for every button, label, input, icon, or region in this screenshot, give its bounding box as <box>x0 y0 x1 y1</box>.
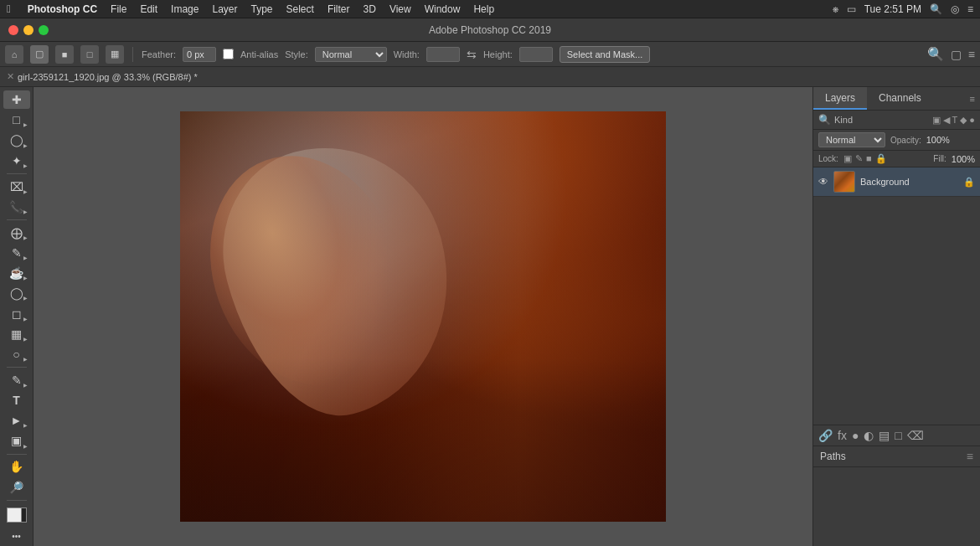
maximize-button[interactable] <box>39 25 49 35</box>
menu-bar:  Photoshop CC File Edit Image Layer Typ… <box>0 0 980 18</box>
portrait-shadow <box>180 358 666 522</box>
feather-input[interactable] <box>183 47 216 62</box>
add-mask-button[interactable]: ● <box>852 429 859 442</box>
tab-channels[interactable]: Channels <box>867 87 933 110</box>
battery-icon: ▭ <box>847 3 856 15</box>
more-icon: ••• <box>12 532 21 541</box>
photo-canvas <box>180 111 666 522</box>
main-area: ✚ □ ▶ ◯ ▶ ✦ ▶ ⌧ ▶ 📞 ▶ ⨁ ▶ ✎ ▶ <box>0 87 980 546</box>
control-center-icon[interactable]: ≡ <box>967 3 973 15</box>
tab-close-button[interactable]: ✕ <box>7 71 14 82</box>
gradient-icon: ▦ <box>11 327 22 341</box>
lock-artboard-icon[interactable]: ■ <box>866 153 872 164</box>
marquee-tool-option[interactable]: ▢ <box>30 45 49 64</box>
menu-file[interactable]: File <box>111 3 126 15</box>
blend-mode-dropdown[interactable]: Normal Multiply Screen <box>818 132 885 147</box>
lock-position-icon[interactable]: ✎ <box>855 153 863 164</box>
single-row-option[interactable]: ■ <box>55 45 74 64</box>
path-select-tool[interactable]: ► ▶ <box>3 411 30 430</box>
siri-icon[interactable]: ◎ <box>951 3 959 15</box>
filter-shape-icon[interactable]: ◆ <box>960 115 967 126</box>
swap-icon[interactable]: ⇆ <box>467 48 477 61</box>
menu-type[interactable]: Type <box>251 3 273 15</box>
link-layers-button[interactable]: 🔗 <box>818 429 833 442</box>
app-name: Photoshop CC <box>28 3 97 15</box>
lock-all-icon[interactable]: 🔒 <box>875 153 887 164</box>
select-and-mask-button[interactable]: Select and Mask... <box>560 46 651 63</box>
lasso-icon: ◯ <box>10 133 23 147</box>
menu-edit[interactable]: Edit <box>140 3 157 15</box>
single-col-option[interactable]: □ <box>80 45 99 64</box>
add-group-button[interactable]: ▤ <box>879 429 890 442</box>
apple-menu[interactable]:  <box>7 3 11 15</box>
tool-arrow: ▶ <box>23 443 28 449</box>
home-icon[interactable]: ⌂ <box>5 45 23 64</box>
menu-view[interactable]: View <box>389 3 411 15</box>
brush-tool[interactable]: ✎ ▶ <box>3 244 30 262</box>
more-tools-button[interactable]: ••• <box>3 528 30 546</box>
search-icon[interactable]: 🔍 <box>930 3 942 15</box>
shape-tool[interactable]: ▣ ▶ <box>3 431 30 450</box>
tool-separator-4 <box>7 454 27 455</box>
filter-type-icon[interactable]: T <box>952 115 958 126</box>
clone-stamp-tool[interactable]: ☕ ▶ <box>3 264 30 282</box>
gradient-tool[interactable]: ▦ ▶ <box>3 325 30 343</box>
lasso-tool[interactable]: ◯ ▶ <box>3 131 30 149</box>
pen-tool[interactable]: ✎ ▶ <box>3 371 30 389</box>
height-input[interactable] <box>519 47 553 62</box>
menu-help[interactable]: Help <box>473 3 494 15</box>
menu-layer[interactable]: Layer <box>212 3 237 15</box>
eyedropper-icon: 📞 <box>9 200 23 214</box>
add-style-button[interactable]: fx <box>838 429 847 442</box>
screen-mode-icon[interactable]: ▢ <box>951 48 962 61</box>
close-button[interactable] <box>8 25 18 35</box>
history-brush-tool[interactable]: ◯ ▶ <box>3 284 30 302</box>
channels-tab-label: Channels <box>879 92 921 104</box>
menu-filter[interactable]: Filter <box>328 3 350 15</box>
tool-arrow: ▶ <box>23 295 28 301</box>
marquee-tool[interactable]: □ ▶ <box>3 111 30 129</box>
menu-select[interactable]: Select <box>286 3 314 15</box>
layer-blend-row: Normal Multiply Screen Opacity: 100% <box>813 130 980 151</box>
lock-pixels-icon[interactable]: ▣ <box>843 153 852 164</box>
spot-heal-tool[interactable]: ⨁ ▶ <box>3 224 30 242</box>
foreground-color[interactable] <box>7 507 22 523</box>
add-layer-button[interactable]: □ <box>895 429 901 442</box>
eraser-tool[interactable]: ◻ ▶ <box>3 304 30 322</box>
menu-3d[interactable]: 3D <box>364 3 376 15</box>
text-tool[interactable]: T <box>3 391 30 410</box>
search-options-icon[interactable]: 🔍 <box>927 46 944 62</box>
minimize-button[interactable] <box>23 25 34 35</box>
move-tool[interactable]: ✚ <box>3 90 30 109</box>
dodge-tool[interactable]: ○ ▶ <box>3 345 30 363</box>
layer-visibility-eye[interactable]: 👁 <box>818 176 828 188</box>
hand-tool[interactable]: ✋ <box>3 457 30 476</box>
left-toolbar: ✚ □ ▶ ◯ ▶ ✦ ▶ ⌧ ▶ 📞 ▶ ⨁ ▶ ✎ ▶ <box>0 87 34 546</box>
filter-pixel-icon[interactable]: ▣ <box>932 115 941 126</box>
paths-menu-icon[interactable]: ≡ <box>967 450 973 463</box>
width-input[interactable] <box>426 47 460 62</box>
color-picker[interactable] <box>5 506 28 524</box>
magic-wand-tool[interactable]: ✦ ▶ <box>3 152 30 170</box>
style-dropdown[interactable]: Normal Fixed Ratio Fixed Size <box>315 47 387 62</box>
tab-layers[interactable]: Layers <box>813 87 867 110</box>
menu-image[interactable]: Image <box>171 3 199 15</box>
move-icon: ✚ <box>12 93 22 106</box>
delete-layer-button[interactable]: ⌫ <box>907 429 924 442</box>
panel-menu-icon[interactable]: ≡ <box>970 94 975 104</box>
add-adjustment-button[interactable]: ◐ <box>864 429 874 442</box>
filter-adjust-icon[interactable]: ◀ <box>943 115 950 126</box>
zoom-tool[interactable]: 🔎 <box>3 478 30 497</box>
layer-item-background[interactable]: 👁 Background 🔒 <box>813 167 980 197</box>
crop-tool[interactable]: ⌧ ▶ <box>3 178 30 196</box>
canvas-area[interactable] <box>34 87 812 546</box>
refine-option[interactable]: ▦ <box>106 45 124 64</box>
tool-separator-5 <box>7 500 27 501</box>
filter-smart-icon[interactable]: ● <box>969 115 975 126</box>
filter-search-icon: 🔍 <box>818 114 831 126</box>
menu-window[interactable]: Window <box>425 3 461 15</box>
panel-toggle-icon[interactable]: ≡ <box>968 48 975 61</box>
antialias-checkbox[interactable] <box>223 49 234 59</box>
height-label: Height: <box>483 49 513 59</box>
eyedropper-tool[interactable]: 📞 ▶ <box>3 198 30 216</box>
